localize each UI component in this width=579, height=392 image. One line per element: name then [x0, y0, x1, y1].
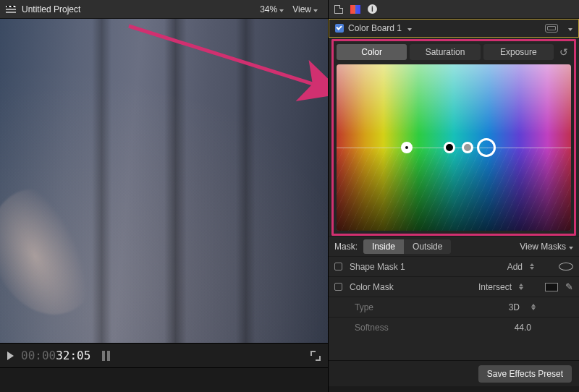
mask-inside[interactable]: Inside	[363, 239, 404, 254]
pause-icon[interactable]	[102, 351, 110, 361]
mode-stepper[interactable]	[530, 263, 534, 270]
footer-strip	[329, 386, 579, 392]
timecode-prefix: 00:00	[21, 349, 56, 362]
preset-row: Save Effects Preset	[329, 360, 579, 386]
project-icon	[6, 6, 16, 13]
color-inspector-icon[interactable]	[350, 5, 360, 14]
mask-outside[interactable]: Outside	[404, 239, 451, 254]
color-swatch[interactable]	[545, 283, 558, 291]
chevron-down-icon	[279, 4, 284, 14]
zoom-dropdown[interactable]: 34%	[255, 4, 288, 14]
color-mask-name: Color Mask	[350, 282, 394, 292]
save-effects-preset-button[interactable]: Save Effects Preset	[478, 365, 572, 383]
reset-button[interactable]: ↺	[557, 46, 571, 58]
color-board-tabs: Color Saturation Exposure ↺	[337, 43, 571, 61]
tab-exposure[interactable]: Exposure	[483, 44, 554, 60]
shape-mask-name: Shape Mask 1	[350, 262, 405, 272]
chevron-down-icon	[313, 4, 318, 14]
color-mask-type-row: Type 3D	[329, 297, 579, 317]
view-menu[interactable]: View	[288, 4, 322, 14]
color-mask-checkbox[interactable]	[334, 283, 342, 291]
viewer-pane: Untitled Project 34% View 00:0032:05	[0, 0, 329, 392]
chevron-down-icon[interactable]	[407, 23, 412, 33]
inspector-toolbar: i	[329, 0, 579, 19]
tab-saturation[interactable]: Saturation	[410, 44, 480, 60]
type-label: Type	[355, 302, 373, 312]
mask-mode-row: Mask: Inside Outside View Masks	[329, 236, 579, 256]
video-frame	[0, 19, 328, 343]
type-stepper[interactable]	[531, 304, 536, 310]
transport-bar: 00:0032:05	[0, 343, 328, 367]
color-mask-softness-row: Softness 44.0	[329, 317, 579, 337]
chevron-down-icon[interactable]	[568, 23, 572, 33]
color-board-tabs-highlight: Color Saturation Exposure ↺	[331, 39, 576, 61]
color-board-midline	[337, 148, 571, 148]
ellipse-icon[interactable]	[559, 263, 573, 270]
color-mask-mode[interactable]: Intersect	[478, 282, 512, 292]
type-value[interactable]: 3D	[509, 302, 520, 312]
timecode-main[interactable]: 32:05	[56, 349, 90, 362]
shadows-puck[interactable]	[444, 142, 455, 153]
global-puck[interactable]	[401, 142, 413, 153]
effect-enabled-checkbox[interactable]	[335, 24, 344, 33]
effect-header: Color Board 1	[329, 19, 579, 38]
inspector-pane: i Color Board 1 Color Saturation Exposur…	[329, 0, 579, 392]
mask-label: Mask:	[334, 242, 358, 252]
project-title[interactable]: Untitled Project	[22, 4, 80, 14]
shape-mask-checkbox[interactable]	[334, 263, 342, 270]
color-board[interactable]	[337, 64, 571, 231]
softness-value[interactable]: 44.0	[515, 323, 531, 333]
shape-mask-row[interactable]: Shape Mask 1 Add	[329, 256, 579, 276]
mask-mode-segmented: Inside Outside	[363, 239, 451, 254]
softness-label: Softness	[355, 323, 389, 333]
midtones-puck[interactable]	[462, 142, 473, 153]
mask-target-icon[interactable]	[545, 24, 558, 33]
view-masks-menu[interactable]: View Masks	[520, 242, 573, 252]
play-button[interactable]	[7, 351, 14, 360]
chevron-down-icon	[569, 242, 573, 252]
shape-mask-mode[interactable]: Add	[507, 262, 523, 272]
timeline-area[interactable]	[0, 367, 328, 392]
mode-stepper[interactable]	[519, 284, 523, 290]
tab-color[interactable]: Color	[337, 44, 407, 60]
color-mask-row[interactable]: Color Mask Intersect ✎	[329, 276, 579, 297]
info-icon[interactable]: i	[368, 4, 377, 14]
eyedropper-icon[interactable]: ✎	[565, 281, 573, 292]
viewer-toolbar: Untitled Project 34% View	[0, 0, 328, 19]
highlights-puck[interactable]	[477, 138, 496, 157]
effect-name[interactable]: Color Board 1	[348, 23, 402, 33]
save-icon[interactable]	[334, 5, 343, 14]
fullscreen-button[interactable]	[310, 351, 321, 361]
viewer-canvas[interactable]	[0, 19, 328, 343]
